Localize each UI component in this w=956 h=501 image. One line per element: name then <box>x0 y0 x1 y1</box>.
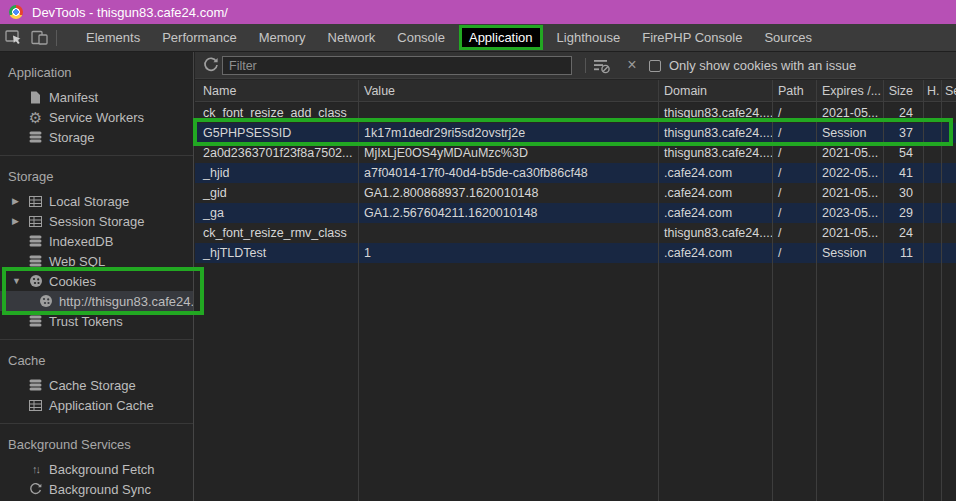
cookie-name-cell[interactable]: ck_font_resize_add_class <box>195 103 358 123</box>
sidebar-item-indexeddb[interactable]: IndexedDB <box>0 231 193 251</box>
cookie-secure-cell[interactable] <box>941 203 956 223</box>
cookie-domain-cell[interactable]: .cafe24.com <box>658 183 772 203</box>
cookie-httponly-cell[interactable] <box>923 203 941 223</box>
cookie-secure-cell[interactable] <box>941 243 956 263</box>
tab-firephp-console[interactable]: FirePHP Console <box>631 30 753 45</box>
column-divider[interactable] <box>658 80 659 501</box>
cookie-secure-cell[interactable] <box>941 223 956 243</box>
cookie-path-cell[interactable]: / <box>772 123 816 143</box>
cookie-size-cell[interactable]: 37 <box>883 123 923 143</box>
cookie-value-cell[interactable]: a7f04014-17f0-40d4-b5de-ca30fb86cf48 <box>358 163 658 183</box>
sidebar-item-cookies[interactable]: ▼ Cookies <box>0 271 193 291</box>
col-header-value[interactable]: Value <box>358 80 658 101</box>
cookie-expires-cell[interactable]: 2021-05... <box>816 143 883 163</box>
filter-input[interactable] <box>222 56 572 75</box>
cookie-domain-cell[interactable]: thisgun83.cafe24.... <box>658 143 772 163</box>
cookie-size-cell[interactable]: 41 <box>883 163 923 183</box>
cookie-secure-cell[interactable] <box>941 103 956 123</box>
sidebar-item-manifest[interactable]: Manifest <box>0 87 193 107</box>
inspect-element-icon[interactable] <box>0 27 26 49</box>
cookie-domain-cell[interactable]: .cafe24.com <box>658 163 772 183</box>
tab-application[interactable]: Application <box>459 25 543 50</box>
col-header-path[interactable]: Path <box>772 80 816 101</box>
cookie-path-cell[interactable]: / <box>772 163 816 183</box>
table-row-highlighted[interactable]: G5PHPSESSID 1k17m1dedr29ri5sd2ovstrj2e t… <box>195 123 956 143</box>
tab-performance[interactable]: Performance <box>151 30 247 45</box>
cookie-path-cell[interactable]: / <box>772 143 816 163</box>
cookie-secure-cell[interactable] <box>941 163 956 183</box>
cookie-domain-cell[interactable]: .cafe24.com <box>658 243 772 263</box>
cookie-path-cell[interactable]: / <box>772 103 816 123</box>
chevron-down-icon[interactable]: ▼ <box>12 276 28 286</box>
cookie-secure-cell[interactable] <box>941 183 956 203</box>
sidebar-item-cookies-origin[interactable]: http://thisgun83.cafe24.com <box>0 291 193 311</box>
table-row[interactable]: ck_font_resize_rmv_class thisgun83.cafe2… <box>195 223 956 243</box>
sidebar-item-storage[interactable]: Storage <box>0 127 193 147</box>
device-toolbar-icon[interactable] <box>26 27 52 49</box>
cookie-secure-cell[interactable] <box>941 123 956 143</box>
column-divider[interactable] <box>883 80 884 501</box>
cookie-expires-cell[interactable]: Session <box>816 123 883 143</box>
cookie-httponly-cell[interactable] <box>923 103 941 123</box>
sidebar-item-trust-tokens[interactable]: Trust Tokens <box>0 311 193 331</box>
sidebar-item-application-cache[interactable]: Application Cache <box>0 395 193 415</box>
col-header-size[interactable]: Size <box>883 80 923 101</box>
col-header-httponly[interactable]: H. <box>923 80 941 101</box>
cookie-size-cell[interactable]: 30 <box>883 183 923 203</box>
cookie-httponly-cell[interactable] <box>923 223 941 243</box>
cookie-expires-cell[interactable]: 2022-05... <box>816 163 883 183</box>
sidebar-item-service-workers[interactable]: ⚙ Service Workers <box>0 107 193 127</box>
tab-lighthouse[interactable]: Lighthouse <box>546 30 632 45</box>
chevron-right-icon[interactable]: ▶ <box>12 216 28 226</box>
column-divider[interactable] <box>772 80 773 501</box>
cookie-size-cell[interactable]: 24 <box>883 103 923 123</box>
table-row[interactable]: 2a0d2363701f23f8a7502... MjIxLjE0OS4yMDA… <box>195 143 956 163</box>
sidebar-item-session-storage[interactable]: ▶ Session Storage <box>0 211 193 231</box>
tab-console[interactable]: Console <box>386 30 456 45</box>
tab-memory[interactable]: Memory <box>248 30 317 45</box>
cookie-name-cell[interactable]: G5PHPSESSID <box>195 123 358 143</box>
cookie-domain-cell[interactable]: thisgun83.cafe24.... <box>658 123 772 143</box>
cookie-value-cell[interactable]: GA1.2.567604211.1620010148 <box>358 203 658 223</box>
cookie-value-cell[interactable]: GA1.2.800868937.1620010148 <box>358 183 658 203</box>
column-divider[interactable] <box>941 80 942 501</box>
cookie-value-cell[interactable]: MjIxLjE0OS4yMDAuMzc%3D <box>358 143 658 163</box>
cookie-expires-cell[interactable]: 2021-05... <box>816 223 883 243</box>
filter-blocked-icon[interactable] <box>593 58 611 74</box>
cookie-name-cell[interactable]: _hjTLDTest <box>195 243 358 263</box>
cookie-expires-cell[interactable]: 2021-05... <box>816 183 883 203</box>
cookie-expires-cell[interactable]: 2023-05... <box>816 203 883 223</box>
cookie-name-cell[interactable]: _ga <box>195 203 358 223</box>
cookie-domain-cell[interactable]: thisgun83.cafe24.... <box>658 103 772 123</box>
tab-elements[interactable]: Elements <box>75 30 151 45</box>
cookie-name-cell[interactable]: 2a0d2363701f23f8a7502... <box>195 143 358 163</box>
tab-sources[interactable]: Sources <box>753 30 823 45</box>
cookie-size-cell[interactable]: 54 <box>883 143 923 163</box>
sidebar-item-background-sync[interactable]: Background Sync <box>0 479 193 499</box>
table-row[interactable]: _hjTLDTest 1 .cafe24.com / Session 11 <box>195 243 956 263</box>
cookie-expires-cell[interactable]: Session <box>816 243 883 263</box>
column-divider[interactable] <box>358 80 359 501</box>
cookie-path-cell[interactable]: / <box>772 203 816 223</box>
cookie-domain-cell[interactable]: .cafe24.com <box>658 203 772 223</box>
col-header-name[interactable]: Name <box>195 80 358 101</box>
col-header-expires[interactable]: Expires /... <box>816 80 883 101</box>
cookie-httponly-cell[interactable] <box>923 163 941 183</box>
cookie-name-cell[interactable]: _gid <box>195 183 358 203</box>
table-row[interactable]: _ga GA1.2.567604211.1620010148 .cafe24.c… <box>195 203 956 223</box>
issue-filter-label[interactable]: Only show cookies with an issue <box>669 52 856 79</box>
refresh-icon[interactable] <box>203 57 221 75</box>
cookie-name-cell[interactable]: ck_font_resize_rmv_class <box>195 223 358 243</box>
cookie-expires-cell[interactable]: 2021-05... <box>816 103 883 123</box>
cookie-secure-cell[interactable] <box>941 143 956 163</box>
cookie-size-cell[interactable]: 11 <box>883 243 923 263</box>
issue-filter-checkbox[interactable] <box>649 60 661 72</box>
cookie-httponly-cell[interactable] <box>923 183 941 203</box>
cookie-value-cell[interactable]: 1 <box>358 243 658 263</box>
cookie-value-cell[interactable] <box>358 223 658 243</box>
cookie-httponly-cell[interactable] <box>923 243 941 263</box>
sidebar-item-local-storage[interactable]: ▶ Local Storage <box>0 191 193 211</box>
col-header-domain[interactable]: Domain <box>658 80 772 101</box>
table-row[interactable]: _gid GA1.2.800868937.1620010148 .cafe24.… <box>195 183 956 203</box>
sidebar-item-cache-storage[interactable]: Cache Storage <box>0 375 193 395</box>
